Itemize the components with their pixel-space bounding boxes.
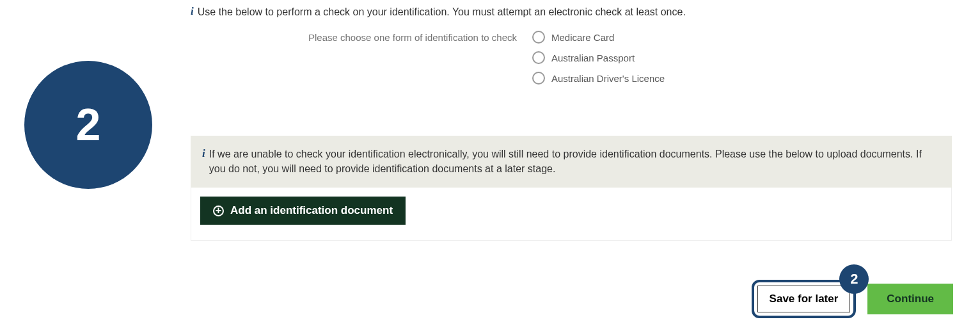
radio-passport[interactable]: Australian Passport (532, 51, 665, 64)
add-document-label: Add an identification document (230, 204, 393, 217)
upload-area: + Add an identification document (191, 188, 952, 241)
instruction-row-1: i Use the below to perform a check on yo… (191, 5, 952, 19)
content-area: i Use the below to perform a check on yo… (191, 5, 952, 241)
radio-label: Australian Driver's Licence (551, 73, 665, 84)
save-label: Save for later (770, 293, 839, 305)
radio-icon (532, 51, 545, 64)
info-icon: i (202, 147, 205, 160)
callout-badge: 2 (839, 264, 869, 294)
instruction-row-2: i If we are unable to check your identif… (202, 147, 940, 176)
radio-options: Medicare Card Australian Passport Austra… (532, 31, 665, 85)
radio-icon (532, 31, 545, 44)
upload-instruction-box: i If we are unable to check your identif… (191, 136, 952, 188)
info-icon: i (191, 5, 194, 18)
radio-group-label: Please choose one form of identification… (191, 31, 517, 85)
save-for-later-button[interactable]: Save for later (757, 286, 851, 312)
identification-selector: Please choose one form of identification… (191, 31, 952, 85)
radio-licence[interactable]: Australian Driver's Licence (532, 72, 665, 85)
step-number: 2 (76, 99, 101, 150)
action-buttons: Save for later 2 Continue (752, 280, 953, 318)
step-badge-large: 2 (24, 61, 152, 189)
add-document-button[interactable]: + Add an identification document (200, 197, 406, 225)
radio-icon (532, 72, 545, 85)
radio-medicare[interactable]: Medicare Card (532, 31, 665, 44)
instruction-text-2: If we are unable to check your identific… (209, 147, 940, 176)
radio-label: Medicare Card (551, 32, 614, 43)
plus-circle-icon: + (213, 206, 224, 216)
radio-label: Australian Passport (551, 52, 635, 63)
continue-label: Continue (887, 293, 934, 305)
instruction-text-1: Use the below to perform a check on your… (198, 5, 686, 19)
callout-number: 2 (850, 271, 858, 287)
save-highlight: Save for later 2 (752, 280, 857, 318)
continue-button[interactable]: Continue (867, 284, 953, 314)
